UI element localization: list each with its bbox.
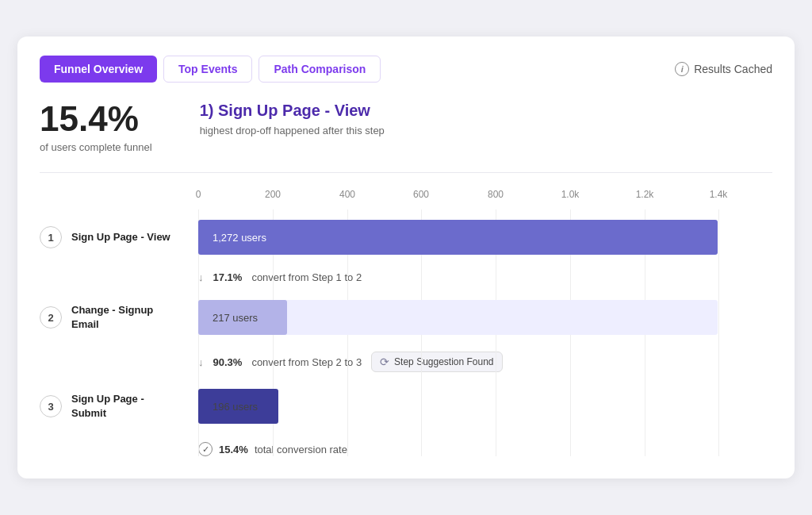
results-cached-label: Results Cached: [694, 63, 772, 75]
section-divider: [40, 172, 772, 173]
step-highlight: 1) Sign Up Page - View highest drop-off …: [200, 102, 385, 136]
main-card: Funnel Overview Top Events Path Comparis…: [17, 37, 795, 478]
x-label-1-2k: 1.2k: [636, 189, 654, 200]
bar-2-label: 217 users: [213, 312, 258, 324]
chart-body: 1 Sign Up Page - View 1,272 users ↓ 17.1…: [40, 209, 772, 456]
tab-top-events[interactable]: Top Events: [163, 56, 252, 83]
bar-3-label: 196 users: [213, 401, 258, 413]
conversion-row-1: ↓ 17.1% convert from Step 1 to 2: [198, 265, 772, 290]
conversion-pct-1: 17.1%: [213, 271, 243, 283]
x-axis-labels: 0 200 400 600 800 1.0k 1.2k 1.4k: [198, 189, 769, 205]
bar-3: 196 users: [198, 389, 278, 424]
suggestion-label: Step Suggestion Found: [394, 356, 493, 367]
total-conversion-pct: 15.4%: [219, 444, 248, 455]
total-conversion-row: ✓ 15.4% total conversion rate: [198, 434, 772, 456]
results-cached-badge: i Results Cached: [675, 62, 772, 76]
step-name-1: Sign Up Page - View: [71, 230, 170, 244]
conversion-metric: 15.4% of users complete funnel: [40, 102, 152, 153]
tab-funnel-overview[interactable]: Funnel Overview: [40, 56, 157, 83]
bar-area-3: 196 users: [198, 379, 769, 434]
bar-area-1: 1,272 users: [198, 209, 769, 265]
arrow-down-1: ↓: [198, 271, 204, 283]
x-label-600: 600: [413, 189, 429, 200]
x-label-200: 200: [265, 189, 281, 200]
step-label-2: 2 Change - Signup Email: [40, 303, 198, 331]
conversion-sublabel: of users complete funnel: [40, 141, 152, 153]
step-row-3: 3 Sign Up Page - Submit 196 users: [40, 379, 772, 434]
x-axis-row: 0 200 400 600 800 1.0k 1.2k 1.4k: [198, 189, 772, 205]
step-label-3: 3 Sign Up Page - Submit: [40, 392, 198, 420]
conversion-row-2: ↓ 90.3% convert from Step 2 to 3 ⟳ Step …: [198, 345, 772, 379]
x-label-800: 800: [488, 189, 504, 200]
conversion-text-2: convert from Step 2 to 3: [251, 356, 362, 368]
bar-2: 217 users: [198, 300, 287, 335]
x-label-400: 400: [339, 189, 355, 200]
info-icon: i: [675, 62, 689, 76]
tab-path-comparison[interactable]: Path Comparison: [259, 56, 381, 83]
step-sublabel: highest drop-off happened after this ste…: [200, 125, 385, 136]
conversion-percentage: 15.4%: [40, 102, 152, 136]
check-circle-icon: ✓: [198, 442, 213, 456]
conversion-pct-2: 90.3%: [213, 356, 243, 368]
step-num-2: 2: [40, 306, 62, 329]
x-label-0: 0: [196, 189, 201, 200]
step-label-1: 1 Sign Up Page - View: [40, 226, 198, 248]
step-suggestion-badge[interactable]: ⟳ Step Suggestion Found: [371, 352, 502, 372]
header-row: Funnel Overview Top Events Path Comparis…: [40, 56, 772, 83]
arrow-down-2: ↓: [198, 356, 204, 368]
step-num-3: 3: [40, 395, 62, 417]
total-conversion-label: total conversion rate: [255, 444, 347, 455]
metrics-row: 15.4% of users complete funnel 1) Sign U…: [40, 102, 772, 153]
conversion-text-1: convert from Step 1 to 2: [251, 271, 362, 283]
step-num-1: 1: [40, 226, 62, 248]
bar-1-label: 1,272 users: [213, 232, 266, 244]
bar-area-2: 217 users: [198, 290, 769, 345]
x-label-1k: 1.0k: [561, 189, 580, 200]
step-name-2: Change - Signup Email: [71, 303, 153, 331]
step-row-1: 1 Sign Up Page - View 1,272 users: [40, 209, 772, 265]
bar-1: 1,272 users: [198, 220, 718, 255]
chart-area: 0 200 400 600 800 1.0k 1.2k 1.4k: [40, 189, 772, 456]
step-title: 1) Sign Up Page - View: [200, 102, 385, 120]
step-row-2: 2 Change - Signup Email 217 users: [40, 290, 772, 345]
step-name-3: Sign Up Page - Submit: [71, 392, 144, 420]
suggestion-icon: ⟳: [380, 356, 389, 368]
x-label-1-4k: 1.4k: [710, 189, 728, 200]
tab-group: Funnel Overview Top Events Path Comparis…: [40, 56, 381, 83]
